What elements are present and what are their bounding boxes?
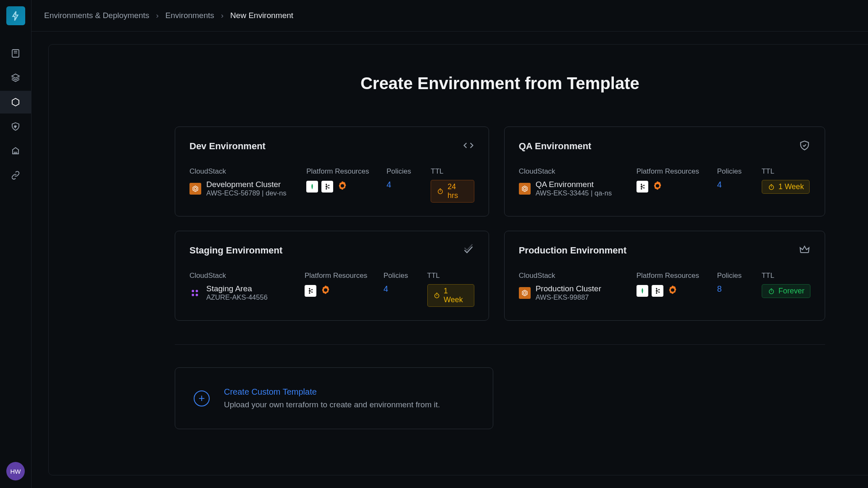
policies-count: 8 xyxy=(717,284,758,294)
platform-resources-label: Platform Resources xyxy=(306,167,382,176)
ttl-badge: 1 Week xyxy=(427,284,474,307)
cluster-sub: AWS-EKS-33445 | qa-ns xyxy=(536,189,612,197)
nav-integrations[interactable] xyxy=(0,164,32,187)
mongo-icon xyxy=(637,285,648,297)
svg-marker-10 xyxy=(193,186,198,191)
custom-subtitle: Upload your own terraform to create and … xyxy=(224,400,440,409)
svg-line-63 xyxy=(657,290,658,290)
ttl-badge: 24 hrs xyxy=(431,180,474,203)
template-name: Staging Environment xyxy=(189,245,282,256)
main-panel: Create Environment from Template Dev Env… xyxy=(48,44,868,475)
platform-resources-label: Platform Resources xyxy=(305,272,379,280)
chevron-right-icon: › xyxy=(156,11,158,20)
svg-point-44 xyxy=(309,293,310,294)
svg-point-41 xyxy=(196,293,198,296)
breadcrumb-environments[interactable]: Environments xyxy=(166,11,214,20)
nav-cost[interactable] xyxy=(0,140,32,162)
svg-point-30 xyxy=(643,187,644,189)
svg-point-16 xyxy=(328,187,329,189)
svg-point-27 xyxy=(640,186,642,187)
policies-label: Policies xyxy=(387,167,426,176)
template-card[interactable]: QA Environment CloudStack QA Environment… xyxy=(504,127,825,216)
policies-label: Policies xyxy=(717,167,758,176)
nav-dashboard[interactable] xyxy=(0,42,32,65)
svg-point-13 xyxy=(326,186,327,187)
svg-marker-24 xyxy=(522,186,527,191)
svg-line-34 xyxy=(642,187,643,188)
policies-count: 4 xyxy=(387,180,426,190)
code-icon xyxy=(463,140,474,153)
divider xyxy=(175,344,825,345)
mongo-icon xyxy=(306,181,318,193)
svg-point-26 xyxy=(641,184,642,185)
svg-point-39 xyxy=(196,290,198,292)
svg-line-20 xyxy=(327,187,328,188)
svg-point-12 xyxy=(326,184,327,185)
cloudstack-label: CloudStack xyxy=(519,167,632,176)
kafka-icon xyxy=(305,285,316,297)
svg-point-29 xyxy=(643,185,644,186)
svg-line-33 xyxy=(642,185,643,186)
svg-point-45 xyxy=(311,289,313,290)
kafka-icon xyxy=(652,285,663,297)
ttl-label: TTL xyxy=(762,272,810,280)
custom-title: Create Custom Template xyxy=(224,387,440,397)
check-icon xyxy=(463,244,474,257)
user-avatar[interactable]: HW xyxy=(6,462,25,480)
ttl-badge: 1 Week xyxy=(762,180,810,194)
svg-point-40 xyxy=(192,293,194,296)
nav-security[interactable] xyxy=(0,115,32,138)
svg-marker-55 xyxy=(523,291,526,294)
template-card[interactable]: Dev Environment CloudStack Development C… xyxy=(175,127,489,216)
template-card[interactable]: Staging Environment CloudStack Staging A… xyxy=(175,231,489,321)
svg-marker-3 xyxy=(12,74,19,78)
svg-line-64 xyxy=(657,291,658,292)
svg-point-58 xyxy=(656,293,657,294)
chevron-right-icon: › xyxy=(221,11,224,20)
cloudstack-label: CloudStack xyxy=(189,167,302,176)
aws-icon xyxy=(519,183,531,195)
grafana-icon xyxy=(320,284,331,298)
svg-point-46 xyxy=(311,292,313,293)
breadcrumb: Environments & Deployments › Environment… xyxy=(44,11,293,20)
svg-point-57 xyxy=(655,290,657,292)
svg-rect-0 xyxy=(12,50,19,57)
svg-point-59 xyxy=(658,289,660,290)
svg-line-49 xyxy=(310,290,311,290)
cluster-name: Development Cluster xyxy=(206,180,287,189)
svg-marker-25 xyxy=(523,187,526,190)
nav-environments[interactable] xyxy=(0,91,32,113)
shield-icon xyxy=(799,140,810,153)
svg-point-28 xyxy=(641,188,642,190)
svg-line-50 xyxy=(310,291,311,292)
crown-icon xyxy=(799,244,810,257)
policies-count: 4 xyxy=(384,284,423,294)
nav-layers[interactable] xyxy=(0,66,32,89)
azure-icon xyxy=(189,287,201,299)
breadcrumb-root[interactable]: Environments & Deployments xyxy=(44,11,149,20)
ttl-label: TTL xyxy=(762,167,810,176)
svg-point-60 xyxy=(658,292,660,293)
app-logo[interactable] xyxy=(6,6,25,25)
platform-resources-label: Platform Resources xyxy=(637,167,713,176)
policies-label: Policies xyxy=(384,272,423,280)
cluster-name: Staging Area xyxy=(206,284,268,293)
aws-icon xyxy=(519,287,531,299)
svg-point-38 xyxy=(192,290,194,292)
cluster-sub: AWS-EKS-99887 xyxy=(536,293,601,301)
cloudstack-label: CloudStack xyxy=(519,272,632,280)
svg-point-14 xyxy=(326,188,327,190)
ttl-badge: Forever xyxy=(762,284,810,298)
svg-point-56 xyxy=(656,288,657,289)
ttl-label: TTL xyxy=(431,167,474,176)
template-card[interactable]: Production Environment CloudStack Produc… xyxy=(504,231,825,321)
svg-line-19 xyxy=(327,185,328,186)
cluster-sub: AWS-ECS-56789 | dev-ns xyxy=(206,189,287,197)
svg-marker-11 xyxy=(194,187,197,190)
policies-count: 4 xyxy=(717,180,758,190)
page-title: Create Environment from Template xyxy=(175,74,825,93)
grafana-icon xyxy=(652,180,663,193)
create-custom-template-card[interactable]: + Create Custom Template Upload your own… xyxy=(175,367,493,429)
svg-point-42 xyxy=(309,288,310,289)
svg-marker-4 xyxy=(12,98,19,106)
